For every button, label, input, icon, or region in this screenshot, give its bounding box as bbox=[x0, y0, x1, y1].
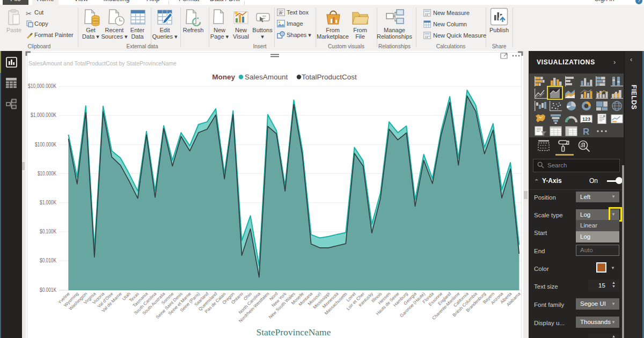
svg-text:$0.010K: $0.010K bbox=[40, 258, 56, 263]
svg-text:$10.000K: $10.000K bbox=[38, 171, 56, 177]
svg-text:A: A bbox=[279, 10, 282, 16]
svg-text:SalesAmount: SalesAmount bbox=[245, 73, 288, 81]
svg-text:$1.000K: $1.000K bbox=[40, 200, 56, 205]
svg-text:TotalProductCost: TotalProductCost bbox=[302, 73, 357, 81]
svg-text:$10,000.000K: $10,000.000K bbox=[28, 83, 56, 89]
svg-text:$100.000K: $100.000K bbox=[35, 142, 56, 148]
svg-text:123: 123 bbox=[582, 116, 590, 122]
svg-text:R: R bbox=[583, 127, 589, 136]
svg-text:$1,000.000K: $1,000.000K bbox=[31, 112, 56, 118]
svg-text:$0.001K: $0.001K bbox=[40, 287, 56, 293]
svg-text:$0.100K: $0.100K bbox=[40, 229, 56, 234]
svg-text:StateProvinceName: StateProvinceName bbox=[257, 327, 331, 337]
svg-text:SalesAmount and TotalProductCo: SalesAmount and TotalProductCost by Stat… bbox=[28, 60, 177, 67]
svg-text:Money: Money bbox=[212, 73, 235, 81]
